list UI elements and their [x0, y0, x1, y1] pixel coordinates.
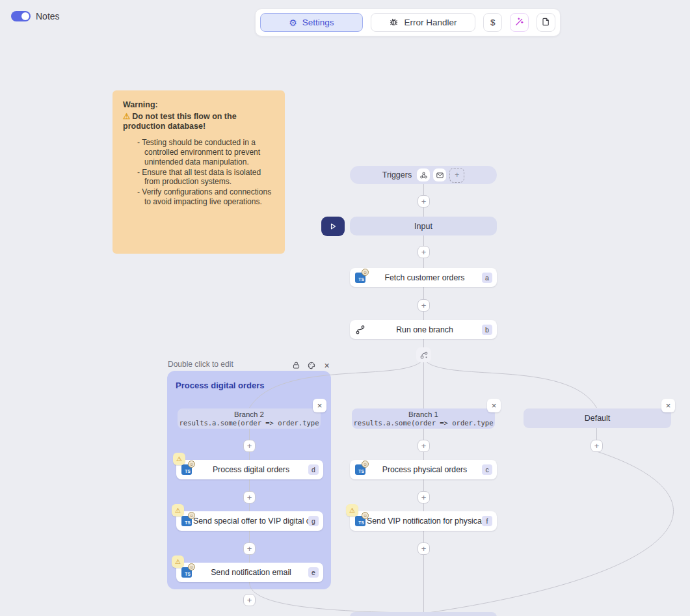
node-title: Run one branch: [350, 325, 497, 334]
node-title: Send special offer to VIP digital c...: [176, 516, 323, 526]
run-flow-button[interactable]: [321, 217, 345, 236]
add-node-button[interactable]: [243, 491, 256, 503]
play-icon: [328, 222, 338, 231]
input-node-label: Input: [414, 222, 432, 231]
branch2-condition-node[interactable]: Branch 2 results.a.some(order => order.t…: [178, 408, 321, 429]
bug-icon: [389, 17, 399, 29]
flow-canvas[interactable]: Notes ⚙ Settings Error Handler $: [0, 0, 690, 616]
sticky-note[interactable]: Warning: ⚠Do not test this flow on the p…: [113, 90, 285, 254]
document-button[interactable]: [537, 13, 555, 32]
node-avatar-icon: [188, 512, 195, 519]
notes-toggle[interactable]: [11, 11, 31, 21]
delete-default-branch-button[interactable]: [661, 399, 675, 412]
document-icon: [541, 17, 551, 29]
note-bullet: Ensure that all test data is isolated fr…: [137, 168, 274, 187]
group-edit-hint: Double click to edit: [168, 360, 233, 369]
branch-name: Branch 1: [408, 410, 438, 419]
delete-branch1-button[interactable]: [487, 399, 501, 412]
node-title: Send VIP notification for physical...: [350, 516, 497, 526]
settings-button[interactable]: ⚙ Settings: [260, 13, 363, 32]
top-toolbar: ⚙ Settings Error Handler $: [255, 8, 561, 36]
branch-name: Default: [585, 414, 611, 423]
add-node-button[interactable]: [243, 440, 256, 452]
add-node-button[interactable]: [418, 195, 430, 208]
node-warning-icon: [172, 504, 184, 516]
node-avatar-icon: [188, 563, 195, 570]
note-bullet: Testing should be conducted in a control…: [137, 138, 274, 167]
add-node-button[interactable]: [418, 440, 430, 452]
node-key-badge: b: [482, 325, 492, 335]
group-color-button[interactable]: [306, 360, 316, 370]
branch-split-icon: [416, 347, 431, 362]
add-trigger-button[interactable]: [449, 168, 464, 183]
node-key-badge: d: [308, 464, 319, 475]
node-key-badge: e: [308, 567, 319, 578]
magic-wand-button[interactable]: [510, 13, 529, 32]
note-bullet: Verify configurations and connections to…: [137, 187, 274, 207]
magic-wand-icon: [514, 17, 524, 29]
node-title: Send notification email: [176, 568, 323, 577]
branch-icon: [355, 325, 365, 335]
note-bullet-list: Testing should be conducted in a control…: [123, 138, 274, 207]
error-handler-label: Error Handler: [404, 18, 457, 27]
node-title: Process physical orders: [350, 465, 497, 474]
node-key-badge: a: [482, 273, 492, 283]
notes-toggle-label: Notes: [36, 11, 60, 21]
node-key-badge: g: [308, 516, 319, 526]
node-key-badge: c: [482, 464, 492, 475]
node-key-badge: f: [482, 516, 492, 526]
warning-icon: ⚠: [123, 112, 130, 121]
add-node-button[interactable]: [590, 440, 603, 452]
typescript-node-icon: [355, 516, 365, 526]
group-lock-button[interactable]: [291, 360, 301, 370]
notes-toggle-knob: [21, 12, 29, 20]
delete-branch2-button[interactable]: [313, 399, 326, 412]
node-send-special-offer[interactable]: Send special offer to VIP digital c... g: [176, 511, 323, 531]
node-avatar-icon: [188, 461, 195, 468]
node-title: Fetch customer orders: [350, 273, 497, 282]
group-title: Process digital orders: [176, 381, 265, 390]
typescript-node-icon: [355, 273, 365, 283]
note-warning-line: ⚠Do not test this flow on the production…: [123, 112, 274, 132]
node-run-one-branch[interactable]: Run one branch b: [350, 320, 497, 339]
dollar-icon: $: [490, 18, 496, 27]
node-avatar-icon: [362, 512, 369, 519]
branch-condition: results.a.some(order => order.type: [179, 419, 319, 427]
group-process-digital-orders[interactable]: [167, 371, 331, 589]
webhook-trigger-button[interactable]: [417, 168, 430, 181]
input-node[interactable]: Input: [350, 217, 497, 235]
triggers-label: Triggers: [382, 170, 412, 180]
node-avatar-icon: [362, 461, 369, 468]
triggers-node[interactable]: Triggers: [350, 166, 497, 184]
email-trigger-button[interactable]: [433, 168, 446, 181]
add-node-button[interactable]: [243, 542, 256, 555]
webhook-icon: [419, 171, 428, 180]
branch-condition: results.a.some(order => order.type: [354, 419, 494, 427]
note-title: Warning:: [123, 100, 274, 111]
group-close-button[interactable]: [322, 360, 332, 370]
branch1-condition-node[interactable]: Branch 1 results.a.some(order => order.t…: [352, 408, 495, 429]
node-title: Process digital orders: [176, 465, 323, 474]
node-warning-icon: [346, 504, 358, 516]
node-warning-icon: [173, 453, 185, 465]
add-node-button[interactable]: [418, 491, 430, 503]
default-branch-node[interactable]: Default: [524, 408, 671, 428]
node-fetch-customer-orders[interactable]: Fetch customer orders a: [350, 268, 497, 287]
merge-node-partial[interactable]: [350, 612, 497, 616]
add-node-button[interactable]: [243, 594, 256, 606]
typescript-node-icon: [181, 516, 192, 526]
node-avatar-icon: [362, 269, 369, 276]
settings-button-label: Settings: [302, 18, 334, 27]
node-process-digital-orders[interactable]: Process digital orders d: [176, 460, 323, 479]
add-node-button[interactable]: [418, 542, 430, 555]
gear-icon: ⚙: [289, 18, 297, 27]
billing-button[interactable]: $: [483, 13, 502, 32]
add-node-button[interactable]: [418, 299, 430, 312]
node-send-notification-email[interactable]: Send notification email e: [176, 563, 323, 582]
node-send-vip-notification[interactable]: Send VIP notification for physical... f: [350, 511, 497, 531]
branch-name: Branch 2: [234, 410, 264, 419]
node-process-physical-orders[interactable]: Process physical orders c: [350, 460, 497, 479]
node-warning-icon: [172, 556, 184, 568]
add-node-button[interactable]: [418, 246, 430, 258]
error-handler-button[interactable]: Error Handler: [371, 13, 476, 32]
